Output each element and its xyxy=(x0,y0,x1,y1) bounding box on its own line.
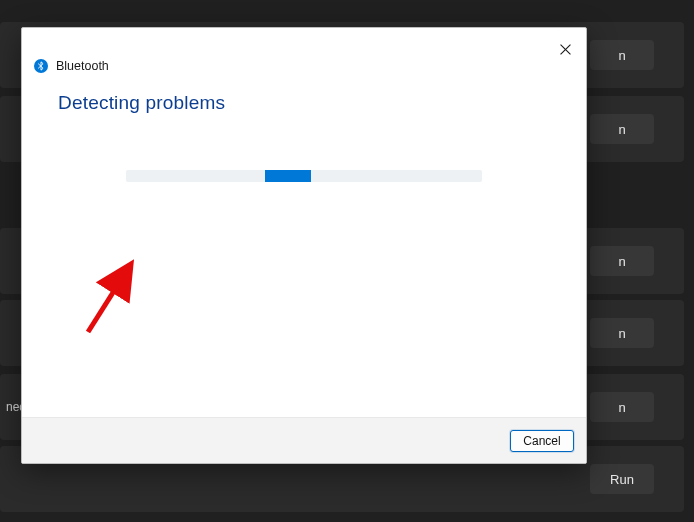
bg-button[interactable]: n xyxy=(590,318,654,348)
dialog-body: Detecting problems xyxy=(22,86,586,417)
progress-bar xyxy=(126,170,482,182)
bg-button[interactable]: n xyxy=(590,246,654,276)
close-button[interactable] xyxy=(554,38,576,60)
bg-button[interactable]: n xyxy=(590,114,654,144)
cancel-button[interactable]: Cancel xyxy=(510,430,574,452)
troubleshooter-dialog: Bluetooth Detecting problems Cancel xyxy=(21,27,587,464)
close-icon xyxy=(560,44,571,55)
dialog-header: Bluetooth xyxy=(22,28,586,86)
bg-button[interactable]: n xyxy=(590,392,654,422)
progress-chunk xyxy=(265,170,311,182)
bg-button[interactable]: n xyxy=(590,40,654,70)
dialog-title: Bluetooth xyxy=(56,59,109,73)
status-heading: Detecting problems xyxy=(58,92,550,114)
bg-run-button[interactable]: Run xyxy=(590,464,654,494)
bluetooth-icon xyxy=(34,59,48,73)
dialog-footer: Cancel xyxy=(22,417,586,463)
